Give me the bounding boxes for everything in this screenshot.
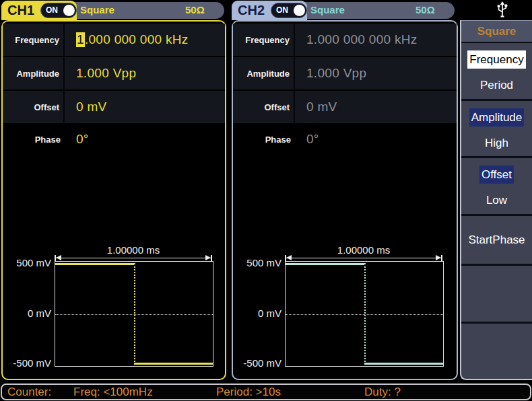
ch1-header: CH1 ON Square 50Ω	[1, 0, 226, 20]
ch1-phase-label: Phase	[3, 129, 65, 149]
ch1-phase-row[interactable]: Phase 0°	[3, 129, 225, 149]
softkey-high[interactable]: High	[483, 134, 510, 152]
ch1-amplitude-label: Amplitude	[3, 57, 65, 89]
softkey-section-offset-low: Offset Low	[461, 158, 532, 216]
counter-freq-value: Freq: <100mHz	[73, 386, 153, 398]
ch2-toggle-label: ON	[276, 5, 288, 15]
counter-period-value: Period: >10s	[216, 386, 281, 398]
usb-icon	[494, 1, 511, 19]
ch1-impedance-label: 50Ω	[185, 4, 205, 15]
ch1-offset-label: Offset	[3, 91, 65, 123]
ch1-ymin-label: -500 mV	[3, 357, 51, 369]
ch2-amplitude-value[interactable]: 1.000 Vpp	[295, 57, 457, 89]
ch2-on-toggle[interactable]: ON	[271, 3, 307, 18]
ch2-tab-label: CH2	[238, 3, 265, 18]
ch2-amplitude-row[interactable]: Amplitude 1.000 Vpp	[233, 57, 457, 89]
ch2-toggle-knob	[294, 5, 305, 16]
ch1-panel: Frequency 1.000 000 000 kHz Amplitude 1.…	[1, 20, 226, 380]
ch1-period-annotation: 1.00000 ms	[55, 244, 212, 256]
ch1-frequency-value[interactable]: 1.000 000 000 kHz	[65, 24, 225, 56]
counter-label: Counter:	[7, 386, 51, 398]
ch2-phase-row[interactable]: Phase 0°	[233, 129, 457, 149]
ch2-square-trace-high	[286, 263, 364, 265]
ch1-frequency-row[interactable]: Frequency 1.000 000 000 kHz	[3, 24, 225, 56]
ch1-phase-value[interactable]: 0°	[65, 129, 225, 149]
ch1-amplitude-value[interactable]: 1.000 Vpp	[65, 57, 225, 89]
softkey-low[interactable]: Low	[484, 191, 509, 209]
ch1-toggle-label: ON	[46, 5, 58, 15]
ch2-ymid-label: 0 mV	[233, 307, 281, 319]
softkey-offset[interactable]: Offset	[479, 166, 514, 184]
ch1-on-toggle[interactable]: ON	[40, 3, 77, 18]
ch2-param-rows: Frequency 1.000 000 000 kHz Amplitude 1.…	[233, 24, 457, 124]
softkey-frequency[interactable]: Frequency	[467, 50, 525, 69]
ch2-impedance-label: 50Ω	[415, 4, 435, 15]
ch2-ymax-label: 500 mV	[233, 257, 281, 268]
softkey-startphase[interactable]: StartPhase	[466, 231, 527, 249]
ch1-param-rows: Frequency 1.000 000 000 kHz Amplitude 1.…	[3, 24, 225, 124]
ch2-offset-value[interactable]: 0 mV	[295, 91, 457, 123]
ch1-square-trace-low	[134, 363, 213, 365]
ch1-frequency-label: Frequency	[3, 24, 65, 56]
ch2-frequency-label: Frequency	[233, 24, 295, 56]
counter-status-bar: Counter: Freq: <100mHz Period: >10s Duty…	[1, 384, 531, 400]
softkey-period[interactable]: Period	[478, 76, 515, 94]
ch2-ymin-label: -500 mV	[233, 357, 281, 369]
ch1-offset-row[interactable]: Offset 0 mV	[3, 91, 225, 123]
softkey-menu-title: Square	[461, 21, 532, 43]
ch2-phase-label: Phase	[233, 129, 295, 149]
ch2-period-annotation: 1.00000 ms	[285, 244, 442, 256]
ch2-offset-row[interactable]: Offset 0 mV	[233, 91, 457, 123]
ch1-square-trace-high	[55, 263, 134, 265]
signal-generator-screen: CH1 ON Square 50Ω CH2 ON Square 50Ω	[0, 0, 532, 401]
ch2-waveform-label: Square	[310, 4, 345, 15]
ch2-amplitude-label: Amplitude	[233, 57, 295, 89]
softkey-amplitude[interactable]: Amplitude	[469, 108, 525, 126]
softkey-section-frequency-period: Frequency Period	[461, 43, 532, 101]
ch1-waveform-preview: 1.00000 ms 500 mV 0 mV -500 mV	[3, 244, 225, 375]
ch2-offset-label: Offset	[233, 91, 295, 123]
softkey-menu: Square Frequency Period Amplitude High O…	[460, 20, 532, 380]
ch1-ymid-label: 0 mV	[3, 307, 51, 319]
ch2-square-trace-edge	[364, 263, 366, 365]
ch2-waveform-preview: 1.00000 ms 500 mV 0 mV -500 mV	[233, 244, 457, 375]
softkey-section-empty-1	[461, 266, 532, 324]
ch1-frequency-cursor: 1	[76, 32, 85, 47]
softkey-section-amplitude-high: Amplitude High	[461, 101, 532, 159]
ch1-offset-value[interactable]: 0 mV	[65, 91, 225, 123]
ch1-tab-label: CH1	[7, 3, 34, 18]
ch1-plot-box	[55, 261, 213, 367]
counter-duty-value: Duty: ?	[364, 386, 401, 398]
ch2-plot-box	[285, 261, 444, 367]
ch1-waveform-label: Square	[80, 4, 114, 15]
softkey-section-empty-2	[461, 324, 532, 379]
ch1-amplitude-row[interactable]: Amplitude 1.000 Vpp	[3, 57, 225, 89]
ch2-frequency-row[interactable]: Frequency 1.000 000 000 kHz	[233, 24, 457, 56]
ch2-square-trace-low	[364, 363, 443, 365]
ch1-square-trace-edge	[134, 263, 135, 365]
ch2-header: CH2 ON Square 50Ω	[232, 0, 458, 20]
ch1-toggle-knob	[63, 5, 75, 16]
ch2-phase-value[interactable]: 0°	[295, 129, 457, 149]
softkey-section-startphase: StartPhase	[461, 216, 532, 266]
ch1-frequency-value-rest: .000 000 000 kHz	[85, 32, 189, 47]
ch2-panel: Frequency 1.000 000 000 kHz Amplitude 1.…	[232, 20, 458, 380]
ch1-ymax-label: 500 mV	[3, 257, 51, 268]
ch2-frequency-value[interactable]: 1.000 000 000 kHz	[295, 24, 457, 56]
